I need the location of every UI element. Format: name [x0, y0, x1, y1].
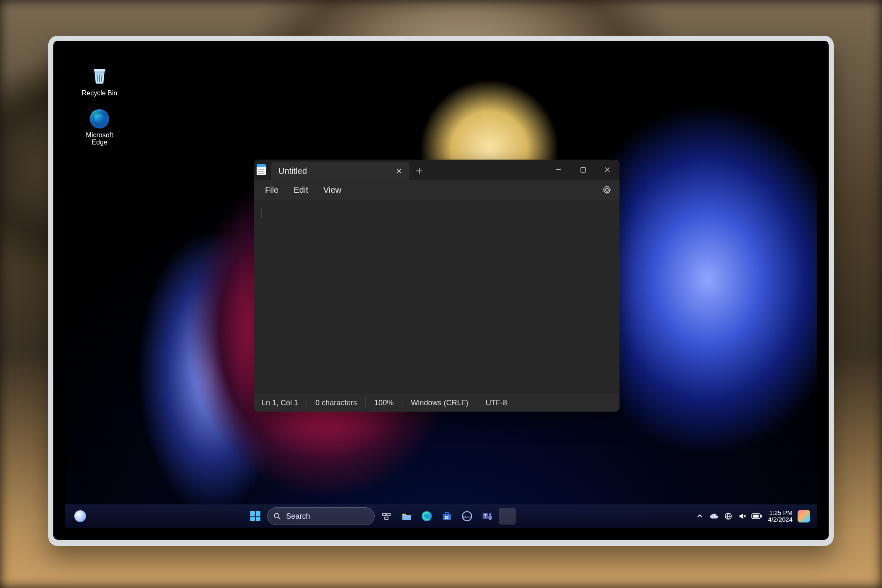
- microsoft-store-icon: [441, 511, 452, 522]
- cloud-icon: [709, 512, 719, 521]
- status-bar: Ln 1, Col 1 0 characters 100% Windows (C…: [254, 394, 620, 412]
- file-explorer-icon: [401, 511, 412, 522]
- task-view-icon: [381, 511, 391, 521]
- microsoft-store-button[interactable]: [438, 508, 455, 525]
- copilot-icon: [798, 510, 810, 522]
- status-zoom[interactable]: 100%: [365, 398, 402, 408]
- edge-taskbar-button[interactable]: [418, 508, 435, 525]
- new-tab-button[interactable]: [410, 162, 429, 180]
- svg-rect-9: [445, 512, 449, 514]
- taskbar-center: DELL T: [247, 507, 516, 525]
- recycle-bin-icon: [89, 66, 110, 88]
- desktop-icon-label: Microsoft Edge: [79, 131, 121, 146]
- clock-date: 4/2/2024: [768, 516, 793, 523]
- widgets-button[interactable]: [74, 510, 86, 522]
- svg-text:DELL: DELL: [463, 515, 472, 519]
- taskbar-right: 1:25 PM 4/2/2024: [693, 508, 817, 525]
- menu-view[interactable]: View: [318, 183, 347, 197]
- edge-icon: [421, 511, 432, 522]
- display-screen: Recycle Bin Microsoft Edge Untitled: [65, 52, 817, 528]
- svg-rect-2: [581, 168, 585, 172]
- menu-edit[interactable]: Edit: [288, 183, 314, 197]
- maximize-button[interactable]: [571, 160, 595, 180]
- dell-app-button[interactable]: DELL: [459, 508, 475, 525]
- laptop-chassis: Recycle Bin Microsoft Edge Untitled: [48, 36, 834, 546]
- speaker-muted-icon: [738, 512, 747, 521]
- edge-icon: [89, 108, 110, 130]
- desktop-icons-area: Recycle Bin Microsoft Edge: [79, 66, 129, 157]
- volume-tray-icon[interactable]: [736, 508, 749, 525]
- desktop-icon-microsoft-edge[interactable]: Microsoft Edge: [79, 108, 121, 146]
- status-line-ending[interactable]: Windows (CRLF): [402, 398, 477, 408]
- teams-icon: T: [482, 511, 493, 522]
- settings-button[interactable]: [599, 182, 614, 197]
- svg-rect-10: [445, 516, 446, 517]
- clock-time: 1:25 PM: [768, 509, 793, 516]
- taskbar-search[interactable]: [267, 507, 375, 525]
- menu-file[interactable]: File: [259, 183, 284, 197]
- window-controls: [546, 160, 620, 180]
- tray-overflow-button[interactable]: [693, 508, 706, 525]
- copilot-button[interactable]: [798, 508, 810, 525]
- svg-rect-12: [445, 517, 446, 519]
- tab-title: Untitled: [278, 166, 388, 176]
- close-window-button[interactable]: [595, 160, 620, 180]
- taskbar: DELL T: [65, 504, 817, 528]
- windows-logo-icon: [250, 511, 260, 521]
- desktop-icon-label: Recycle Bin: [79, 89, 121, 97]
- search-input[interactable]: [285, 512, 350, 521]
- screen-bezel: Recycle Bin Microsoft Edge Untitled: [53, 41, 829, 540]
- svg-point-18: [489, 513, 491, 516]
- desktop-icon-recycle-bin[interactable]: Recycle Bin: [79, 66, 121, 97]
- language-tray-icon[interactable]: [722, 508, 735, 525]
- gear-icon: [602, 185, 612, 194]
- svg-rect-13: [447, 517, 448, 519]
- svg-rect-0: [94, 69, 105, 71]
- onedrive-tray-icon[interactable]: [708, 508, 720, 525]
- notepad-icon: [504, 512, 511, 521]
- chevron-up-icon: [697, 513, 703, 519]
- svg-rect-8: [443, 514, 451, 520]
- titlebar[interactable]: Untitled: [254, 160, 620, 180]
- document-tab[interactable]: Untitled: [271, 162, 410, 180]
- minimize-button[interactable]: [546, 160, 571, 180]
- text-editor-area[interactable]: [254, 200, 620, 394]
- globe-icon: [724, 512, 733, 521]
- svg-rect-11: [447, 516, 448, 517]
- task-view-button[interactable]: [378, 508, 395, 525]
- status-char-count: 0 characters: [307, 398, 365, 408]
- battery-tray-icon[interactable]: [751, 508, 763, 525]
- svg-rect-21: [753, 515, 759, 518]
- close-tab-button[interactable]: [394, 165, 404, 176]
- text-caret: [262, 207, 262, 218]
- svg-text:T: T: [484, 514, 487, 518]
- svg-rect-5: [387, 513, 390, 516]
- battery-icon: [751, 513, 762, 520]
- svg-rect-4: [383, 513, 386, 516]
- taskbar-left: [65, 510, 158, 522]
- notepad-app-icon: [254, 160, 268, 180]
- start-button[interactable]: [247, 508, 264, 525]
- menu-bar: File Edit View: [254, 180, 620, 200]
- notepad-taskbar-button[interactable]: [499, 508, 516, 525]
- svg-rect-22: [761, 515, 762, 517]
- notepad-window: Untitled: [254, 160, 620, 412]
- search-icon: [273, 512, 281, 520]
- svg-point-3: [274, 513, 279, 518]
- taskbar-clock[interactable]: 1:25 PM 4/2/2024: [765, 509, 796, 523]
- status-cursor-position[interactable]: Ln 1, Col 1: [262, 398, 307, 408]
- file-explorer-button[interactable]: [398, 508, 415, 525]
- svg-rect-6: [385, 517, 388, 520]
- status-encoding[interactable]: UTF-8: [477, 398, 515, 408]
- dell-app-icon: DELL: [462, 511, 472, 522]
- teams-button[interactable]: T: [479, 508, 496, 525]
